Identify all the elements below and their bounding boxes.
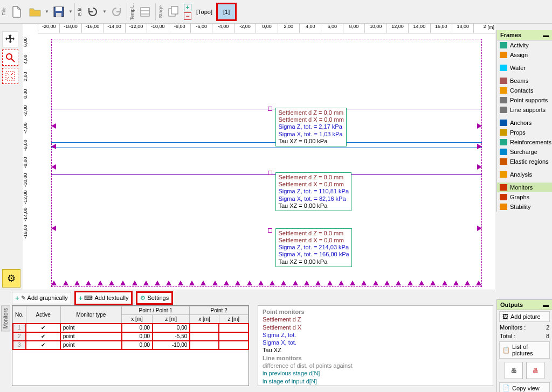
open-dropdown[interactable]: ▼	[44, 9, 50, 14]
frame-item-monitors[interactable]: Monitors	[497, 183, 552, 192]
template-button[interactable]	[136, 1, 154, 23]
main-toolbar: File ▼ ▼ Edit ▼ Templ... Stage + − [Topo…	[0, 0, 552, 24]
save-dropdown[interactable]: ▼	[68, 9, 73, 14]
svg-rect-2	[56, 13, 61, 17]
frames-panel: Frames▬ ActivityAssignWaterBeamsContacts…	[496, 30, 552, 212]
svg-rect-1	[56, 7, 62, 11]
frame-item-line-supports[interactable]: Line supports	[497, 105, 552, 115]
new-file-button[interactable]	[8, 1, 26, 23]
frame-item-graphs[interactable]: Graphs	[497, 192, 552, 202]
frame-item-assign[interactable]: Assign	[497, 50, 552, 60]
svg-rect-3	[141, 8, 149, 16]
frame-item-analysis[interactable]: Analysis	[497, 170, 552, 179]
stage-copy-button[interactable]	[164, 1, 183, 23]
ruler-horizontal: -20,00-18,00-16,00-14,00-12,00-10,00-8,0…	[38, 24, 495, 33]
frames-title: Frames	[500, 32, 521, 38]
file-label: File	[0, 6, 8, 17]
add-graphically-button[interactable]: +✎Add graphically	[12, 292, 71, 304]
settings-gear-button[interactable]: ⚙	[2, 269, 20, 288]
undo-button[interactable]	[84, 1, 102, 23]
zoom-button[interactable]	[2, 50, 18, 66]
stage-1-tab[interactable]: [1]	[216, 3, 237, 21]
print-color-button[interactable]: 🖶	[526, 362, 544, 379]
outputs-collapse-icon[interactable]: ▬	[543, 302, 549, 308]
pan-button[interactable]	[2, 31, 18, 47]
add-picture-button[interactable]: 🖼Add picture	[499, 311, 550, 322]
fit-button[interactable]	[2, 68, 18, 84]
frame-item-activity[interactable]: Activity	[497, 40, 552, 50]
table-row[interactable]: 3✔point0,00-10,00	[13, 341, 249, 349]
monitors-tab[interactable]: Monitors	[1, 305, 10, 331]
frame-item-anchors[interactable]: Anchors	[497, 118, 552, 128]
stage-label: Stage	[157, 4, 164, 19]
print-button[interactable]: 🖶	[505, 362, 523, 379]
frame-item-stability[interactable]: Stability	[497, 202, 552, 212]
table-row[interactable]: 2✔point0,00-5,50	[13, 332, 249, 341]
stage-remove-button[interactable]: −	[184, 12, 191, 20]
outputs-title: Outputs	[500, 302, 523, 308]
monitors-count-label: Monitors :	[500, 324, 526, 331]
redo-button[interactable]	[107, 1, 126, 23]
monitor-settings-button[interactable]: ⚙Settings	[136, 291, 173, 305]
save-button[interactable]	[50, 1, 68, 23]
topo-tab[interactable]: [Topo]	[192, 6, 216, 18]
ruler-units: [m]	[488, 25, 495, 30]
frame-item-elastic-regions[interactable]: Elastic regions	[497, 157, 552, 166]
frame-item-point-supports[interactable]: Point supports	[497, 95, 552, 105]
frame-item-contacts[interactable]: Contacts	[497, 86, 552, 95]
template-label: Templ...	[128, 2, 136, 22]
frame-item-water[interactable]: Water	[497, 63, 552, 73]
frames-collapse-icon[interactable]: ▬	[543, 32, 549, 38]
monitor-label-1: Settlement d Z = 0,0 mmSettlement d X = …	[275, 108, 346, 146]
frame-item-props[interactable]: Props	[497, 128, 552, 137]
list-pictures-button[interactable]: 📋List of pictures	[499, 341, 550, 359]
monitors-count-value: 2	[546, 324, 549, 331]
copy-view-button[interactable]: 📄Copy view	[499, 382, 550, 392]
model-viewport[interactable]: -20,00-18,00-16,00-14,00-12,00-10,00-8,0…	[23, 24, 495, 290]
table-row[interactable]: 1✔point0,000,00	[13, 324, 249, 332]
add-textually-button[interactable]: +⌨Add textually	[74, 291, 133, 305]
ruler-vertical: 6,004,002,000,00-2,00-4,00-6,00-8,00-10,…	[23, 33, 38, 290]
undo-dropdown[interactable]: ▼	[102, 9, 107, 14]
monitors-panel: Monitors +✎Add graphically +⌨Add textual…	[0, 290, 495, 392]
svg-rect-7	[171, 6, 178, 14]
frame-item-reinforcements[interactable]: Reinforcements	[497, 137, 552, 147]
view-tools	[2, 31, 20, 84]
monitor-label-2: Settlement d Z = 0,0 mmSettlement d X = …	[275, 172, 351, 211]
total-count-value: 8	[546, 333, 549, 339]
frame-item-beams[interactable]: Beams	[497, 76, 552, 86]
monitors-table[interactable]: No.ActiveMonitor typePoint / Point 1Poin…	[12, 305, 249, 386]
svg-rect-10	[6, 72, 15, 80]
stage-add-button[interactable]: +	[184, 4, 191, 11]
open-file-button[interactable]	[26, 1, 44, 23]
monitor-label-3: Settlement d Z = 0,0 mmSettlement d X = …	[275, 228, 351, 267]
svg-point-8	[6, 54, 12, 59]
frame-item-surcharge[interactable]: Surcharge	[497, 147, 552, 157]
monitor-info-panel: Point monitors Settlement d Z Settlement…	[258, 305, 493, 386]
outputs-panel: Outputs▬ 🖼Add picture Monitors :2 Total …	[496, 299, 552, 392]
svg-line-9	[11, 59, 15, 62]
edit-label: Edit	[76, 6, 84, 17]
total-count-label: Total :	[500, 333, 515, 339]
